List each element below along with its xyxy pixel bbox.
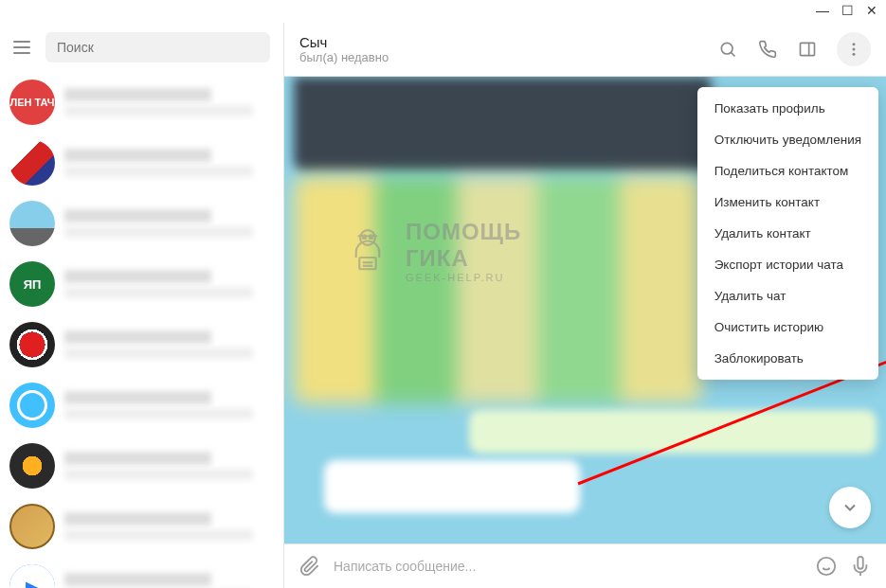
close-button[interactable]: ✕ (865, 4, 878, 17)
chat-item-preview (64, 347, 253, 359)
chat-list-item[interactable]: ЛЕН ТАЧ (0, 72, 283, 133)
search-input[interactable] (45, 32, 270, 62)
watermark-title-1: ПОМОЩЬ (406, 219, 521, 245)
chat-list-item[interactable] (0, 375, 283, 436)
menu-item-export-history[interactable]: Экспорт истории чата (697, 249, 878, 280)
sidebar-header (0, 23, 283, 72)
avatar (9, 140, 55, 186)
chat-item-info (64, 270, 274, 298)
app-container: ЛЕН ТАЧ ЯП (0, 0, 886, 588)
chat-item-info (64, 452, 274, 480)
maximize-button[interactable]: ☐ (841, 4, 854, 17)
chat-list-item[interactable]: ЯП (0, 254, 283, 314)
search-icon[interactable] (717, 39, 738, 60)
chat-item-name (64, 330, 211, 344)
message-image[interactable] (294, 77, 711, 171)
phone-icon[interactable] (757, 39, 778, 60)
avatar (9, 322, 55, 367)
sidebar-panel-icon[interactable] (797, 39, 818, 60)
emoji-icon[interactable] (816, 556, 837, 577)
avatar (9, 201, 55, 246)
chat-list-item[interactable] (0, 193, 283, 254)
scroll-down-button[interactable] (829, 487, 871, 528)
watermark: ПОМОЩЬ ГИКА GEEK-HELP.RU (341, 219, 521, 283)
svg-point-5 (853, 48, 856, 51)
avatar: ЛЕН ТАЧ (9, 80, 55, 125)
chat-item-info (64, 149, 274, 177)
window-controls: — ☐ ✕ (816, 4, 878, 17)
chat-item-info (64, 88, 274, 116)
incoming-message-bubble[interactable] (324, 460, 580, 513)
menu-item-edit-contact[interactable]: Изменить контакт (697, 187, 878, 218)
chat-item-name (64, 149, 211, 162)
chat-item-name (64, 88, 211, 101)
svg-rect-2 (801, 43, 815, 55)
chat-item-info (64, 330, 274, 359)
watermark-title-2: ГИКА (406, 245, 521, 272)
chat-item-preview (64, 408, 253, 419)
minimize-button[interactable]: — (816, 4, 829, 17)
menu-item-clear-history[interactable]: Очистить историю (697, 312, 878, 343)
sidebar: ЛЕН ТАЧ ЯП (0, 23, 284, 588)
message-input[interactable] (334, 559, 803, 574)
chat-item-info (64, 573, 274, 588)
menu-item-delete-contact[interactable]: Удалить контакт (697, 218, 878, 249)
message-image[interactable] (294, 176, 701, 403)
chat-header-info[interactable]: Сыч был(а) недавно (299, 34, 389, 64)
svg-point-4 (853, 43, 856, 45)
chat-item-preview (64, 287, 253, 298)
avatar (9, 564, 55, 588)
chat-item-preview (64, 166, 253, 177)
menu-item-delete-chat[interactable]: Удалить чат (697, 280, 878, 312)
avatar (9, 383, 55, 428)
more-options-button[interactable] (837, 32, 871, 66)
menu-item-block[interactable]: Заблокировать (697, 343, 878, 374)
chat-item-info (64, 391, 274, 419)
chat-status: был(а) недавно (299, 50, 389, 64)
chat-item-preview (64, 105, 253, 116)
watermark-icon (341, 224, 394, 277)
attach-icon[interactable] (299, 556, 320, 577)
chat-header: Сыч был(а) недавно (284, 23, 886, 77)
chat-item-preview (64, 226, 253, 238)
chat-item-info (64, 209, 274, 238)
outgoing-message-bubble[interactable] (469, 410, 877, 454)
chat-item-name (64, 452, 211, 465)
chat-item-preview (64, 469, 253, 480)
menu-item-share-contact[interactable]: Поделиться контактом (697, 155, 878, 187)
hamburger-menu-button[interactable] (13, 41, 30, 54)
chat-list-item[interactable] (0, 496, 283, 557)
chat-item-name (64, 512, 211, 526)
chat-header-actions (717, 32, 871, 66)
chat-item-info (64, 512, 274, 541)
chat-item-preview (64, 529, 253, 541)
watermark-subtitle: GEEK-HELP.RU (406, 272, 521, 283)
menu-item-show-profile[interactable]: Показать профиль (697, 93, 878, 124)
svg-line-1 (731, 52, 734, 56)
svg-point-0 (721, 43, 732, 54)
watermark-text: ПОМОЩЬ ГИКА GEEK-HELP.RU (406, 219, 521, 283)
svg-point-15 (818, 558, 835, 575)
chat-list-item[interactable] (0, 133, 283, 193)
chat-item-name (64, 209, 211, 223)
microphone-icon[interactable] (850, 556, 871, 577)
avatar: ЯП (9, 261, 55, 307)
context-menu: Показать профиль Отключить уведомления П… (697, 87, 878, 380)
message-input-bar (284, 543, 886, 588)
chat-item-name (64, 270, 211, 283)
chat-item-name (64, 391, 211, 404)
menu-item-mute-notifications[interactable]: Отключить уведомления (697, 124, 878, 155)
svg-point-6 (853, 53, 856, 56)
chat-list-item[interactable] (0, 314, 283, 375)
avatar (9, 504, 55, 549)
chat-list-item[interactable] (0, 436, 283, 496)
avatar (9, 443, 55, 489)
chat-list[interactable]: ЛЕН ТАЧ ЯП (0, 72, 283, 588)
main-chat-area: Сыч был(а) недавно (284, 23, 886, 588)
chat-title: Сыч (299, 34, 389, 50)
chat-list-item[interactable] (0, 557, 283, 588)
chat-item-name (64, 573, 211, 586)
